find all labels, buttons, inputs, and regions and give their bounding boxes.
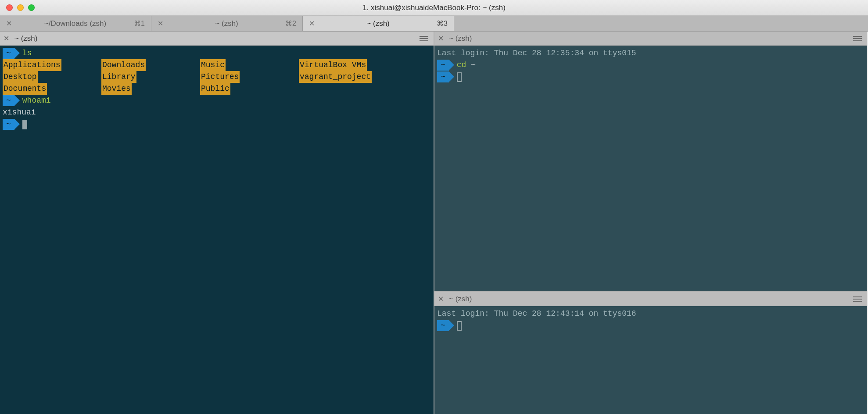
pane-header: ✕ ~ (zsh) [434,32,867,46]
close-icon[interactable]: ✕ [309,19,317,28]
window-close-button[interactable] [6,4,13,11]
prompt-chip: ~ [3,48,14,59]
tab-shortcut: ⌘2 [285,19,296,28]
menu-icon[interactable] [853,36,864,41]
ls-entry: Desktop [3,71,38,83]
prompt-chip: ~ [437,60,449,71]
traffic-lights [0,4,35,11]
tab-shortcut: ⌘1 [134,19,145,28]
ls-entry: Library [101,71,136,83]
command-text: cd [457,59,466,71]
menu-icon[interactable] [853,296,864,302]
tab-shortcut: ⌘3 [437,19,448,28]
cursor-icon [457,321,462,331]
command-output: xishuai [3,107,431,118]
ls-entry: Public [200,83,230,95]
login-message: Last login: Thu Dec 28 12:35:34 on ttys0… [437,47,864,59]
ls-entry: VirtualBox VMs [299,59,367,71]
prompt-chip: ~ [437,71,449,82]
tab-label: ~ (zsh) [319,19,437,28]
window-minimize-button[interactable] [17,4,24,11]
pane-header: ✕ ~ (zsh) [434,292,867,306]
menu-icon[interactable] [420,36,430,41]
tab-label: ~/Downloads (zsh) [17,19,134,28]
titlebar: 1. xishuai@xishuaideMacBook-Pro: ~ (zsh) [0,0,868,16]
login-message: Last login: Thu Dec 28 12:43:14 on ttys0… [437,308,864,320]
ls-output: Applications Desktop Documents Downloads… [3,59,431,95]
pane-title: ~ (zsh) [14,34,414,43]
prompt-chip: ~ [3,119,14,130]
prompt-chip: ~ [3,95,14,106]
close-icon[interactable]: ✕ [438,295,444,303]
command-text: ls [22,47,32,59]
ls-entry: Movies [101,83,132,95]
close-icon[interactable]: ✕ [158,19,165,28]
pane-right-top[interactable]: ✕ ~ (zsh) Last login: Thu Dec 28 12:35:3… [434,32,867,291]
command-arg: ~ [471,59,476,71]
ls-entry: Music [200,59,226,71]
window-title: 1. xishuai@xishuaideMacBook-Pro: ~ (zsh) [362,4,506,12]
command-text: whoami [22,95,51,107]
tab-label: ~ (zsh) [168,19,285,28]
window-tab-2[interactable]: ✕ ~ (zsh) ⌘2 [151,16,303,31]
close-icon[interactable]: ✕ [4,34,9,43]
close-icon[interactable]: ✕ [438,34,444,43]
cursor-icon [22,120,27,129]
ls-entry: Downloads [101,59,146,71]
close-icon[interactable]: ✕ [6,19,14,28]
prompt-chip: ~ [437,320,449,331]
window-tab-3[interactable]: ✕ ~ (zsh) ⌘3 [303,16,454,31]
pane-title: ~ (zsh) [449,295,848,303]
ls-entry: Documents [3,83,47,95]
window-zoom-button[interactable] [28,4,35,11]
terminal-right-bottom[interactable]: Last login: Thu Dec 28 12:43:14 on ttys0… [434,306,867,333]
pane-header: ✕ ~ (zsh) [0,32,434,46]
workspace: ✕ ~ (zsh) ~ ls Applications Desktop Docu… [0,32,868,414]
pane-left[interactable]: ✕ ~ (zsh) ~ ls Applications Desktop Docu… [0,32,434,414]
ls-entry: Pictures [200,71,240,83]
cursor-icon [457,72,462,82]
pane-right-bottom[interactable]: ✕ ~ (zsh) Last login: Thu Dec 28 12:43:1… [434,291,867,414]
pane-title: ~ (zsh) [449,34,848,43]
terminal-right-top[interactable]: Last login: Thu Dec 28 12:35:34 on ttys0… [434,46,867,85]
window-tab-bar: ✕ ~/Downloads (zsh) ⌘1 ✕ ~ (zsh) ⌘2 ✕ ~ … [0,16,868,32]
terminal-left[interactable]: ~ ls Applications Desktop Documents Down… [0,46,434,132]
ls-entry: Applications [3,59,61,71]
window-tab-1[interactable]: ✕ ~/Downloads (zsh) ⌘1 [0,16,151,31]
ls-entry: vagrant_project [299,71,372,83]
